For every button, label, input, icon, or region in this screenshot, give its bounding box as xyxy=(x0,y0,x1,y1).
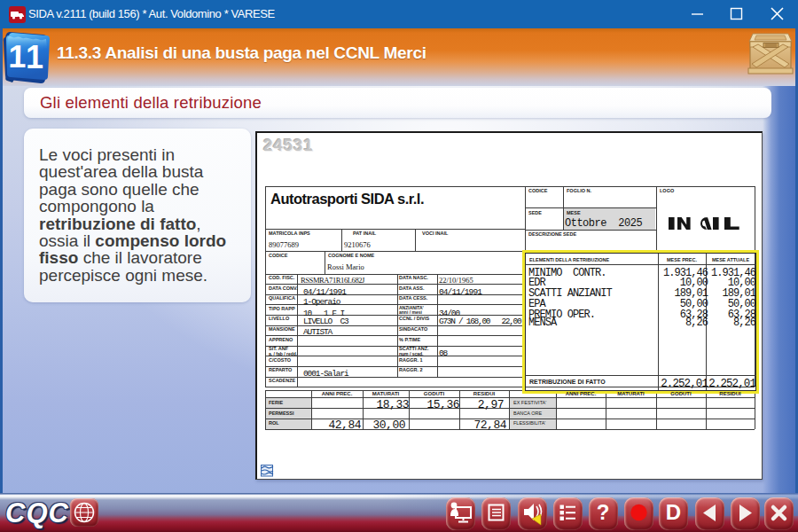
svg-text:1: 1 xyxy=(26,39,43,75)
svg-text:1: 1 xyxy=(8,38,27,74)
